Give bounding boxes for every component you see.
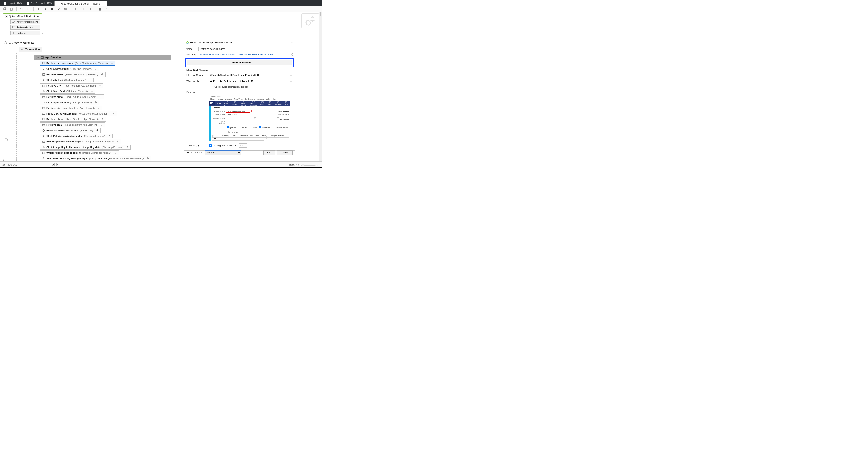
xpath-input[interactable]: [209, 73, 287, 77]
collapse-toggle[interactable]: –: [5, 15, 8, 18]
workflow-step[interactable]: Retrieve zip (Read Text from App Element…: [40, 106, 102, 110]
workflow-canvas[interactable]: Transaction – App Session Retrieve accou…: [4, 46, 176, 165]
pin-icon[interactable]: [126, 146, 129, 149]
print-icon[interactable]: [98, 7, 102, 11]
step-title: Click zip code field: [46, 101, 69, 104]
workflow-step[interactable]: Wait for policies view to appear (Image …: [40, 139, 121, 144]
identify-element-button[interactable]: Identify Element: [187, 60, 292, 65]
pin-icon[interactable]: [111, 62, 114, 65]
cancel-button[interactable]: Cancel: [277, 150, 292, 155]
pin-icon[interactable]: [112, 112, 115, 115]
tab-find-record[interactable]: Find Record in AMS: [25, 0, 54, 6]
redo-icon[interactable]: [26, 7, 31, 11]
window-title-input[interactable]: [209, 79, 287, 83]
use-general-timeout-checkbox[interactable]: [209, 144, 212, 147]
workflow-step[interactable]: Retrieve account name (Read Text from Ap…: [40, 61, 116, 66]
search-input[interactable]: [7, 163, 50, 166]
svg-rect-27: [42, 113, 45, 114]
workflow-step[interactable]: Click zip code field (Click App Element): [40, 100, 99, 105]
workflow-step[interactable]: Click Policies navigation entry (Click A…: [40, 134, 113, 138]
workflow-step[interactable]: Rest Call with account data (REST Call): [40, 128, 101, 133]
collapse-toggle[interactable]: –: [4, 41, 7, 44]
play-icon[interactable]: [81, 7, 85, 11]
pin-icon[interactable]: [89, 79, 92, 82]
pin-icon[interactable]: [91, 90, 94, 93]
tab-login-ams[interactable]: Login to AMS: [2, 0, 24, 6]
download-icon[interactable]: [43, 7, 48, 11]
workflow-step[interactable]: Retrieve state (Read Text from App Eleme…: [40, 94, 104, 99]
copy-icon[interactable]: [2, 7, 7, 11]
breakpoint-icon[interactable]: [74, 7, 79, 11]
search-next-icon[interactable]: ∨: [56, 163, 59, 166]
name-label: Name: [186, 48, 197, 50]
search-prev-icon[interactable]: ∧: [52, 163, 55, 166]
pin-icon[interactable]: [101, 73, 103, 76]
upload-icon[interactable]: [36, 7, 41, 11]
workflow-step[interactable]: Retrieve street (Read Text from App Elem…: [40, 72, 105, 77]
svg-rect-26: [42, 107, 45, 109]
svg-rect-24: [42, 85, 45, 87]
pin-icon[interactable]: [41, 31, 44, 34]
workflow-step[interactable]: Click State field (Click App Element): [40, 89, 95, 94]
pin-icon[interactable]: [114, 151, 117, 154]
pin-icon[interactable]: [94, 101, 97, 104]
vertical-scrollbar[interactable]: [319, 12, 321, 161]
pattern-gallery-button[interactable]: Pattern Gallery: [10, 25, 40, 30]
workflow-step[interactable]: Click Address field (Click App Element): [40, 66, 99, 71]
name-input[interactable]: [198, 47, 293, 51]
svg-rect-29: [42, 124, 45, 126]
app-session-header[interactable]: – App Session: [34, 55, 171, 60]
this-step-link[interactable]: Activity Workflow/Transaction/App Sessio…: [200, 53, 273, 56]
pin-icon[interactable]: [97, 107, 100, 110]
pin-icon[interactable]: [289, 74, 292, 77]
pin-icon[interactable]: [116, 140, 119, 143]
panel-header: – Workflow Initialization: [5, 15, 40, 18]
settings-button[interactable]: Settings: [10, 31, 40, 35]
binoculars-icon[interactable]: [2, 163, 5, 166]
undo-icon[interactable]: [19, 7, 24, 11]
pin-icon[interactable]: [101, 118, 104, 121]
workflow-step[interactable]: Retrieve City (Read Text from App Elemen…: [40, 83, 103, 88]
pin-icon[interactable]: [289, 80, 292, 83]
paste-icon[interactable]: [9, 7, 14, 11]
help-icon[interactable]: ?: [289, 53, 293, 56]
pin-icon[interactable]: [94, 67, 97, 70]
activity-parameters-button[interactable]: Activity Parameters: [10, 19, 40, 24]
pin-icon[interactable]: [96, 129, 99, 132]
workflow-step[interactable]: Click city field (Click App Element): [40, 78, 94, 82]
workflow-step[interactable]: Wait for policy data to appear (Image Se…: [40, 150, 119, 155]
tab-write-csv-sftp[interactable]: Write to CSV & trans...o SFTP location ×: [54, 1, 107, 6]
collapse-toggle[interactable]: –: [4, 138, 7, 141]
pin-icon[interactable]: [108, 135, 111, 138]
horizontal-scrollbar[interactable]: ‹›: [3, 159, 319, 162]
close-icon[interactable]: ×: [291, 41, 293, 45]
transaction-node[interactable]: Transaction: [19, 47, 42, 52]
svg-rect-19: [22, 49, 22, 50]
zoom-out-icon[interactable]: [296, 164, 299, 167]
zoom-in-icon[interactable]: [317, 164, 320, 167]
wand-icon[interactable]: [57, 7, 61, 11]
svg-rect-20: [23, 50, 24, 50]
truck-icon[interactable]: [64, 7, 68, 11]
workflow-step[interactable]: Retrieve phone (Read Text from App Eleme…: [40, 117, 106, 122]
search-bar: ∧ ∨ 100%: [0, 162, 322, 167]
svg-point-5: [65, 9, 66, 10]
xpath-label: Element XPath:: [186, 74, 207, 77]
ok-button[interactable]: OK: [263, 150, 275, 155]
collapse-toggle[interactable]: –: [36, 56, 39, 59]
pin-icon[interactable]: [98, 84, 101, 87]
error-handling-select[interactable]: Normal: [205, 150, 241, 155]
workflow-step[interactable]: Retrieve email (Read Text from App Eleme…: [40, 122, 105, 127]
regex-checkbox[interactable]: [210, 85, 212, 88]
tab-label: Find Record in AMS: [31, 2, 52, 4]
workflow-step[interactable]: Press ESC key in zip field (Keystrokes t…: [40, 111, 117, 116]
workflow-step[interactable]: Click first policy in list to open the p…: [40, 145, 131, 149]
wrench-icon[interactable]: [104, 7, 109, 11]
close-tool-icon[interactable]: [50, 7, 55, 11]
zoom-slider[interactable]: [301, 165, 315, 166]
debug-gear-icon[interactable]: [88, 7, 92, 11]
svg-point-7: [89, 8, 91, 10]
pin-icon[interactable]: [100, 123, 103, 126]
close-icon[interactable]: ×: [103, 2, 105, 5]
pin-icon[interactable]: [99, 95, 102, 98]
